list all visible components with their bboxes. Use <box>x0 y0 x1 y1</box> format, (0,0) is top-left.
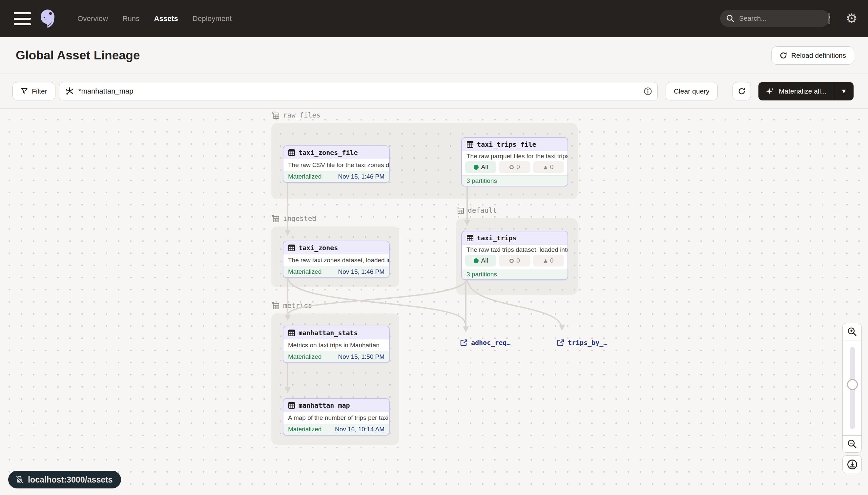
status-badge: Materialized <box>288 268 321 275</box>
reload-icon <box>779 52 787 59</box>
settings-gear-icon[interactable]: ⚙ <box>846 9 857 28</box>
failed-ring-icon <box>510 259 514 263</box>
asset-node-manhattan_stats[interactable]: manhattan_stats Metrics on taxi trips in… <box>283 326 390 363</box>
nav-overview[interactable]: Overview <box>77 14 108 23</box>
asset-selection-input-box[interactable] <box>59 82 658 100</box>
sparkle-icon <box>766 87 775 96</box>
dagster-app: Overview Runs Assets Deployment / ⚙ Glob… <box>0 0 868 495</box>
table-icon <box>288 244 295 252</box>
filter-button[interactable]: Filter <box>13 82 55 100</box>
zoom-out-icon <box>847 439 857 449</box>
failed-ring-icon <box>510 165 514 169</box>
top-nav: Overview Runs Assets Deployment / ⚙ <box>0 0 868 37</box>
search-shortcut-badge: / <box>828 13 830 24</box>
asset-selection-syntax-icon <box>65 87 74 96</box>
table-icon <box>288 329 295 337</box>
zoom-slider-handle[interactable] <box>847 379 858 390</box>
zoom-out-button[interactable] <box>843 435 862 453</box>
lineage-edges <box>0 109 868 495</box>
table-icon <box>288 149 295 156</box>
zoom-controls <box>843 323 862 473</box>
insecure-lock-icon <box>15 475 24 484</box>
download-image-button[interactable] <box>843 455 862 473</box>
materialization-timestamp: Nov 15, 1:46 PM <box>338 173 385 180</box>
zoom-in-icon <box>847 327 857 337</box>
download-icon <box>847 459 858 470</box>
zoom-slider[interactable] <box>843 340 862 436</box>
partitions-count: 3 partitions <box>462 269 568 279</box>
asset-node-taxi_zones[interactable]: taxi_zones The raw taxi zones dataset, l… <box>283 241 390 278</box>
nav-assets[interactable]: Assets <box>154 14 178 23</box>
global-search-box[interactable]: / <box>720 10 830 27</box>
partitions-failed-pill[interactable]: 0 <box>499 255 530 267</box>
table-icon <box>466 234 474 242</box>
asset-selection-input[interactable] <box>78 87 644 96</box>
materialized-dot-icon <box>474 165 479 170</box>
partitions-missing-pill[interactable]: ▲0 <box>533 161 564 173</box>
external-link-icon <box>460 339 468 347</box>
materialize-dropdown-button[interactable]: ▼ <box>834 82 854 100</box>
partitions-missing-pill[interactable]: ▲0 <box>533 255 564 267</box>
materialized-dot-icon <box>474 258 479 263</box>
info-icon[interactable] <box>644 87 652 96</box>
clear-query-button[interactable]: Clear query <box>666 82 718 100</box>
refresh-icon <box>738 87 746 95</box>
asset-node-taxi_zones_file[interactable]: taxi_zones_file The raw CSV file for the… <box>283 146 390 183</box>
partitions-materialized-pill[interactable]: All <box>465 161 496 173</box>
table-icon <box>466 141 474 148</box>
nav-deployment[interactable]: Deployment <box>193 14 232 23</box>
search-input[interactable] <box>739 14 828 22</box>
partitions-failed-pill[interactable]: 0 <box>499 161 530 173</box>
status-badge: Materialized <box>288 353 321 360</box>
external-asset-adhoc_request[interactable]: adhoc_req… <box>460 339 510 347</box>
page-header: Global Asset Lineage Reload definitions <box>0 37 868 74</box>
asset-node-taxi_trips_file[interactable]: taxi_trips_file The raw parquet files fo… <box>461 137 568 186</box>
zoom-in-button[interactable] <box>843 323 862 340</box>
nav-links: Overview Runs Assets Deployment <box>77 14 232 23</box>
dagster-logo[interactable] <box>39 8 60 29</box>
status-badge: Materialized <box>288 173 321 180</box>
chevron-down-icon: ▼ <box>841 88 847 95</box>
partitions-count: 3 partitions <box>462 175 568 186</box>
table-icon <box>288 402 295 409</box>
materialize-all-button[interactable]: Materialize all... <box>758 82 834 100</box>
reload-definitions-button[interactable]: Reload definitions <box>771 46 854 65</box>
lineage-toolbar: Filter Clear query <box>0 74 868 109</box>
search-icon <box>726 14 734 23</box>
filter-funnel-icon <box>21 88 28 95</box>
page-title: Global Asset Lineage <box>16 49 140 62</box>
missing-triangle-icon: ▲ <box>544 258 548 263</box>
refresh-graph-button[interactable] <box>732 82 751 100</box>
materialize-button-group: Materialize all... ▼ <box>758 82 854 100</box>
external-asset-trips_by[interactable]: trips_by_… <box>557 339 607 347</box>
materialization-timestamp: Nov 15, 1:50 PM <box>338 353 385 360</box>
status-badge: Materialized <box>288 426 321 433</box>
menu-icon[interactable] <box>14 12 31 25</box>
asset-node-manhattan_map[interactable]: manhattan_map A map of the number of tri… <box>283 398 390 436</box>
missing-triangle-icon: ▲ <box>544 164 548 170</box>
external-link-icon <box>557 339 565 347</box>
nav-runs[interactable]: Runs <box>122 14 139 23</box>
browser-status-url: localhost:3000/assets <box>8 471 121 489</box>
lineage-canvas[interactable]: raw_files ingested default metrics taxi_… <box>0 109 868 495</box>
partitions-materialized-pill[interactable]: All <box>465 255 496 267</box>
materialization-timestamp: Nov 16, 10:14 AM <box>335 426 385 433</box>
asset-node-taxi_trips[interactable]: taxi_trips The raw taxi trips dataset, l… <box>461 231 568 280</box>
materialization-timestamp: Nov 15, 1:46 PM <box>338 268 385 275</box>
